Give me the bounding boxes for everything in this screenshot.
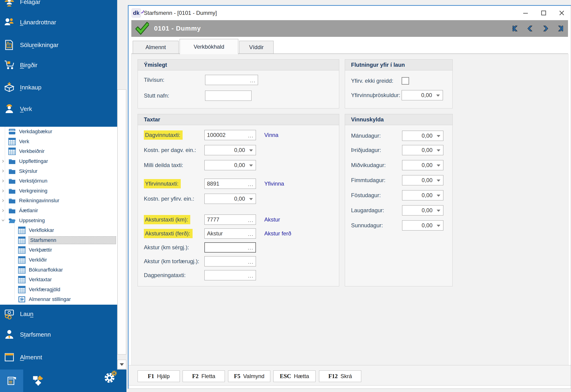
collapse-chevron-icon[interactable] [1, 218, 5, 222]
dropdown-arrow-icon[interactable] [436, 95, 440, 97]
lookup-ellipsis-button[interactable]: ... [248, 182, 254, 187]
field-label: Akstur (km torfærugj.): [144, 257, 199, 266]
sidebar-item-birgdir[interactable]: Birgðir [0, 59, 117, 71]
previous-record-button[interactable] [527, 25, 534, 32]
lookup-ellipsis-button[interactable]: ... [248, 259, 254, 265]
manudagur-field[interactable]: 0,00 [402, 131, 443, 141]
aksturstaxti-ferd-field[interactable]: Akstur ... [204, 228, 256, 239]
lookup-ellipsis-button[interactable]: ... [248, 245, 253, 251]
dropdown-arrow-icon[interactable] [437, 165, 440, 167]
tree-item-skyrslur[interactable]: Skýrslur [0, 166, 117, 176]
lookup-ellipsis-button[interactable]: ... [250, 78, 256, 84]
expand-chevron-icon[interactable] [1, 159, 5, 163]
tree-item-verktaxtar[interactable]: Verktaxtar [0, 275, 117, 285]
sidebar-item-almennt[interactable]: Almennt [0, 351, 117, 364]
tree-item-verkthaettir[interactable]: Verkþættir [0, 245, 117, 255]
tree-item-bokunarflokkar[interactable]: Bókunarflokkar [0, 265, 117, 275]
yfirv-ekki-greidd-checkbox[interactable] [402, 77, 409, 84]
yfirvinnuthroskuldur-field[interactable]: 0,00 [402, 90, 443, 100]
akstur-km-sergj-field[interactable]: ... [204, 242, 256, 252]
tree-item-almennar-stillingar[interactable]: Almennar stillingar [0, 294, 117, 304]
forms-view-button[interactable] [0, 370, 23, 392]
next-record-button[interactable] [541, 25, 549, 32]
scrollbar-down-button[interactable] [117, 360, 126, 369]
function-key-bar: F1 Hjálp F2 Fletta F5 Valmynd ESC Hætta … [129, 365, 571, 386]
expand-chevron-icon[interactable] [1, 169, 5, 173]
tree-item-verkflokkar[interactable]: Verkflokkar [0, 225, 117, 235]
sidebar-scrollbar[interactable] [117, 0, 126, 370]
lookup-ellipsis-button[interactable]: ... [248, 231, 254, 237]
sidebar-item-innkaup[interactable]: Innkaup [0, 81, 117, 94]
scrollbar-thumb[interactable] [117, 89, 126, 354]
dropdown-arrow-icon[interactable] [249, 165, 253, 167]
tree-item-verklidir[interactable]: Verkliðir [0, 255, 117, 265]
expand-chevron-icon[interactable] [1, 189, 5, 193]
sidebar-item-felagar[interactable]: Félagar [0, 0, 117, 8]
expand-chevron-icon[interactable] [1, 209, 5, 212]
expand-chevron-icon[interactable] [1, 179, 5, 183]
record-navigation [512, 20, 564, 37]
tree-item-verkfaeragjold[interactable]: Verkfæragjöld [0, 285, 117, 295]
tree-item-verkstjornun[interactable]: Verkstjórnun [0, 176, 117, 186]
sidebar-item-starfsmenn[interactable]: Starfsmenn [0, 328, 117, 341]
window-titlebar[interactable]: dk Starfsmenn - [0101 - Dummy] [129, 6, 571, 20]
sidebar-item-solureikningar[interactable]: Sölureikningar [0, 39, 117, 51]
dropdown-arrow-icon[interactable] [437, 135, 440, 137]
lookup-ellipsis-button[interactable]: ... [248, 273, 254, 279]
tree-item-verkgreining[interactable]: Verkgreining [0, 186, 117, 196]
sidebar-item-laun[interactable]: Laun [0, 308, 117, 321]
tree-item-uppsetning[interactable]: Uppsetning [0, 215, 117, 225]
lookup-ellipsis-button[interactable]: ... [248, 133, 254, 139]
dropdown-arrow-icon[interactable] [437, 180, 440, 182]
maximize-button[interactable] [540, 10, 547, 16]
akstur-km-torfaerugj-field[interactable]: ... [204, 256, 256, 266]
sunnudagur-field[interactable]: 0,00 [402, 220, 443, 231]
dropdown-arrow-icon[interactable] [437, 210, 440, 212]
dagpeningataxti-field[interactable]: ... [204, 270, 256, 280]
tree-item-reikningavinnslur[interactable]: Reikningavinnslur [0, 196, 117, 206]
dropdown-arrow-icon[interactable] [437, 225, 440, 227]
close-button[interactable] [558, 10, 565, 16]
tab-almennt[interactable]: Almennt [133, 41, 179, 54]
midvikudagur-field[interactable]: 0,00 [402, 160, 443, 170]
minimize-button[interactable] [522, 10, 529, 16]
tab-viddir[interactable]: Víddir [239, 41, 273, 54]
tree-item-verkdagbaekur[interactable]: Verkdagbækur [0, 127, 117, 137]
tree-item-uppflettingar[interactable]: Uppflettingar [0, 156, 117, 166]
esc-haetta-button[interactable]: ESC Hætta [273, 370, 316, 382]
f1-hjalp-button[interactable]: F1 Hjálp [138, 370, 180, 382]
dropdown-arrow-icon[interactable] [249, 198, 253, 200]
settings-gears-icon[interactable] [104, 372, 116, 385]
dropdown-arrow-icon[interactable] [437, 195, 440, 197]
first-record-button[interactable] [512, 25, 519, 32]
f5-valmynd-button[interactable]: F5 Valmynd [228, 370, 270, 382]
tab-verkbokhald[interactable]: Verkbókhald [180, 39, 238, 54]
milli-deilda-taxti-field[interactable]: 0,00 [204, 160, 256, 170]
kostn-per-dagv-field[interactable]: 0,00 [204, 145, 256, 155]
dropdown-arrow-icon[interactable] [437, 149, 440, 152]
tree-item-aaetlanir[interactable]: Áætlanir [0, 206, 117, 216]
tree-item-verk[interactable]: Verk [0, 137, 117, 147]
tilvisun-field[interactable]: ... [205, 75, 258, 85]
laugardagur-field[interactable]: 0,00 [402, 205, 443, 215]
fostudagur-field[interactable]: 0,00 [402, 190, 443, 200]
grid-icon [18, 246, 26, 254]
lookup-ellipsis-button[interactable]: ... [248, 217, 254, 223]
f2-fletta-button[interactable]: F2 Fletta [183, 370, 225, 382]
dagvinnutaxti-field[interactable]: 100002 ... [204, 130, 256, 140]
f12-skra-button[interactable]: F12 Skrá [319, 370, 361, 382]
tree-item-verkbeidnir[interactable]: Verkbeiðnir [0, 146, 117, 156]
sidebar-item-verk[interactable]: Verk [0, 102, 117, 115]
sidebar-item-lanardrottnar[interactable]: Lánardrottnar [0, 16, 117, 29]
expand-chevron-icon[interactable] [1, 199, 5, 202]
yfirvinnutaxti-field[interactable]: 8891 ... [204, 179, 256, 189]
thridjudagur-field[interactable]: 0,00 [402, 145, 443, 155]
fimmtudagur-field[interactable]: 0,00 [402, 175, 443, 185]
kostn-per-yfirv-field[interactable]: 0,00 [204, 194, 256, 204]
plugins-puzzle-icon[interactable] [31, 375, 44, 387]
last-record-button[interactable] [556, 25, 564, 32]
dropdown-arrow-icon[interactable] [249, 149, 253, 152]
stutt-nafn-field[interactable] [205, 91, 252, 101]
tree-item-starfsmenn[interactable]: Starfsmenn [0, 235, 117, 245]
aksturstaxti-km-field[interactable]: 7777 ... [204, 214, 256, 225]
